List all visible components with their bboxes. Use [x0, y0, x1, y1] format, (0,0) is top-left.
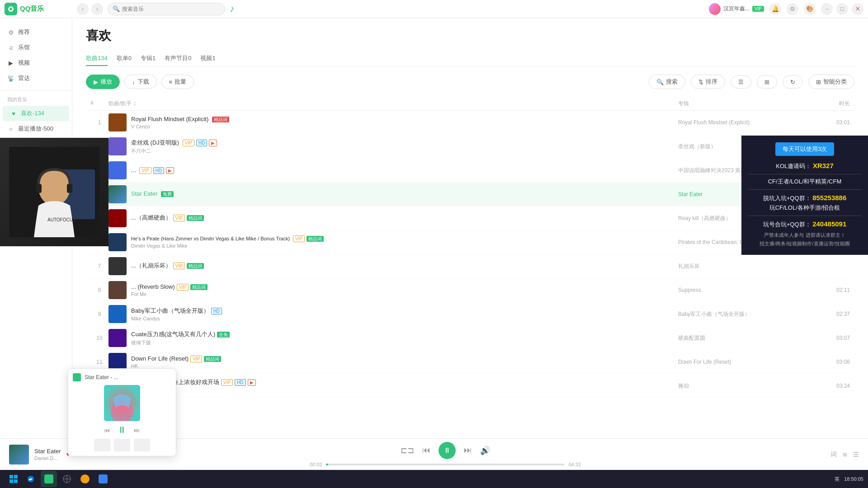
search-input[interactable] [122, 6, 220, 12]
song-row[interactable]: 7 ...（礼崩乐坏）VIP精品词 礼崩乐坏 [86, 254, 854, 278]
song-cover-9 [108, 305, 127, 323]
now-playing-cover[interactable] [9, 445, 29, 465]
home-icon: ⊙ [7, 28, 14, 36]
sidebar-item-liked[interactable]: ♥ 喜欢-134 [3, 106, 69, 121]
sort-button[interactable]: ⇅ 排序 [691, 75, 725, 89]
svg-rect-6 [67, 184, 72, 193]
mini-next-button[interactable]: ⏭ [134, 425, 140, 435]
taskbar-qq-music[interactable] [41, 471, 57, 487]
titlebar: QQ音乐 ‹ › 🔍 ♪ 汉宫年鑫... VIP 🔔 ⚙ 🎨 － □ ✕ [0, 0, 868, 18]
sidebar-item-recent[interactable]: ○ 最近播放-500 [0, 121, 72, 136]
batch-button[interactable]: ≡ 批量 [161, 75, 194, 89]
mini-player-cover[interactable] [104, 385, 140, 421]
song-cover-5 [108, 209, 127, 227]
progress-fill [326, 464, 328, 465]
smart-classify-button[interactable]: ⊞ 智能分类 [808, 75, 854, 89]
song-row[interactable]: 8 ... (Reverb Slow)VIP精品词 Fot Me Suppres… [86, 278, 854, 302]
qq-music-icon [7, 5, 15, 13]
prev-button[interactable]: ⏮ [422, 446, 430, 455]
mini-action-3[interactable] [134, 439, 150, 451]
ad-recruit: 招主播/商务/短视频制作/直播运营/技能圈 [748, 240, 861, 248]
sidebar-item-recommend[interactable]: ⊙ 推荐 [0, 24, 72, 40]
maximize-button[interactable]: □ [836, 3, 848, 15]
minimize-button[interactable]: － [821, 3, 833, 15]
song-row[interactable]: 2 牵丝戏 (DJ亚明版) VIPHD▶ 不只中二 牵丝戏（新版） 03:56 [86, 135, 854, 159]
forward-button[interactable]: › [91, 3, 103, 15]
next-button[interactable]: ⏭ [464, 446, 472, 455]
tab-video[interactable]: 视频1 [200, 52, 215, 66]
search-bar[interactable]: 🔍 [108, 3, 225, 15]
list-view-button[interactable]: ☰ [731, 75, 751, 89]
sidebar-item-music-hall[interactable]: ♫ 乐馆 [0, 40, 72, 55]
tab-albums[interactable]: 歌单0 [117, 52, 132, 66]
song-row[interactable]: 12 ...迎 (DJ细霸版)待上浓妆好戏开场VIPHD▶ ...不辞 雅却 0… [86, 374, 854, 398]
now-playing-title: Star Eater [34, 448, 61, 455]
refresh-button[interactable]: ↻ [783, 75, 803, 89]
grid-view-button[interactable]: ⊞ [757, 75, 777, 89]
mini-actions [73, 439, 171, 451]
equalizer-button[interactable]: ≋ [842, 451, 848, 458]
play-button[interactable]: ▶ 播放 [86, 75, 120, 89]
download-button[interactable]: ↓ 下载 [124, 75, 157, 89]
play-pause-button[interactable]: ⏸ [439, 442, 456, 459]
now-playing-right: 词 ≋ ☰ [746, 450, 859, 459]
music-hall-icon: ♫ [7, 44, 14, 51]
song-row[interactable]: 10 Cuate压力感(这气场又有几个人)全免 彼倾下版 硬曲配置圆 03:07 [86, 326, 854, 350]
skin-button[interactable]: 🎨 [804, 3, 816, 15]
start-button[interactable] [5, 470, 23, 488]
batch-label: 批量 [175, 78, 186, 86]
song-row[interactable]: 1 Royal Flush Mindset (Explicit) 精品词 V C… [86, 111, 854, 135]
app-name: QQ音乐 [20, 5, 44, 13]
download-label: 下载 [137, 78, 149, 86]
loop-button[interactable]: ⊏⊐ [401, 446, 414, 455]
lyrics-button[interactable]: 词 [830, 450, 837, 459]
sidebar-video-label: 视频 [18, 59, 30, 67]
ad-daily-button[interactable]: 每天可以使用3次 [775, 142, 834, 156]
taskbar-app-5[interactable] [95, 471, 111, 487]
tab-broadcast[interactable]: 有声节目0 [165, 52, 191, 66]
page-title: 喜欢 [86, 27, 854, 44]
mini-action-1[interactable] [94, 439, 110, 451]
sidebar-item-video[interactable]: ▶ 视频 [0, 55, 72, 70]
mini-action-2[interactable] [114, 439, 130, 451]
taskbar-browser[interactable] [59, 471, 75, 487]
svg-rect-5 [36, 184, 42, 193]
back-button[interactable]: ‹ [77, 3, 89, 15]
svg-rect-10 [9, 445, 29, 465]
playlist-button[interactable]: ☰ [853, 451, 859, 458]
notification-button[interactable]: 🔔 [769, 3, 781, 15]
col-num: # [90, 100, 108, 108]
taskbar: 英 18:50:05 [0, 470, 868, 488]
advertisement-panel: 每天可以使用3次 KOL邀请码： XR327 CF/王者/LOL/和平精英/CF… [741, 136, 868, 255]
taskbar-qq-icon [44, 474, 53, 483]
svg-point-4 [38, 169, 70, 206]
app-logo-icon [5, 3, 17, 15]
song-row[interactable]: 11 Down For Life (Reset)VIP精品词 HK Down F… [86, 350, 854, 374]
taskbar-app-4[interactable] [77, 471, 93, 487]
song-cover-1 [108, 113, 127, 131]
volume-button[interactable]: 🔊 [480, 446, 490, 455]
song-row[interactable]: ♫ Star Eater 免费 Star Eater [86, 183, 854, 206]
song-row[interactable]: 9 Baby军工小曲（气场全开版）HD Mike Candys Baby军工小曲… [86, 302, 854, 326]
song-row[interactable]: 5 ...（高燃硬曲）VIP精品词 Reay kill（高燃硬曲） [86, 206, 854, 230]
song-cover-8 [108, 281, 127, 299]
close-button[interactable]: ✕ [852, 3, 863, 15]
music-note-icon: ♪ [230, 4, 234, 14]
ad-divider-1 [748, 174, 861, 174]
sidebar-item-radio[interactable]: 📡 雷达 [0, 70, 72, 86]
play-label: 播放 [100, 78, 112, 86]
taskbar-edge[interactable] [23, 471, 39, 487]
settings-button[interactable]: ⚙ [787, 3, 798, 15]
search-songs-button[interactable]: 🔍 搜索 [649, 75, 685, 89]
col-song[interactable]: 歌曲/歌手 ↕ [108, 100, 678, 108]
progress-bar[interactable] [326, 464, 565, 465]
tab-album2[interactable]: 专辑1 [141, 52, 156, 66]
song-row[interactable]: 3 ... VIPHD▶ 中国说唱巅峰对决2023 第3期 03:28 [86, 159, 854, 183]
ad-qq-group-label-1: 脱坑入坑+QQ群： [763, 195, 811, 202]
svg-text:AUTOFOCUS: AUTOFOCUS [47, 217, 76, 222]
mini-play-button[interactable]: ⏸ [118, 425, 127, 435]
svg-rect-11 [9, 475, 13, 479]
tab-songs[interactable]: 歌曲134 [86, 52, 108, 66]
mini-prev-button[interactable]: ⏮ [104, 425, 110, 435]
song-row[interactable]: 6 He's a Pirate (Hans Zimmer vs Dimitri … [86, 230, 854, 254]
